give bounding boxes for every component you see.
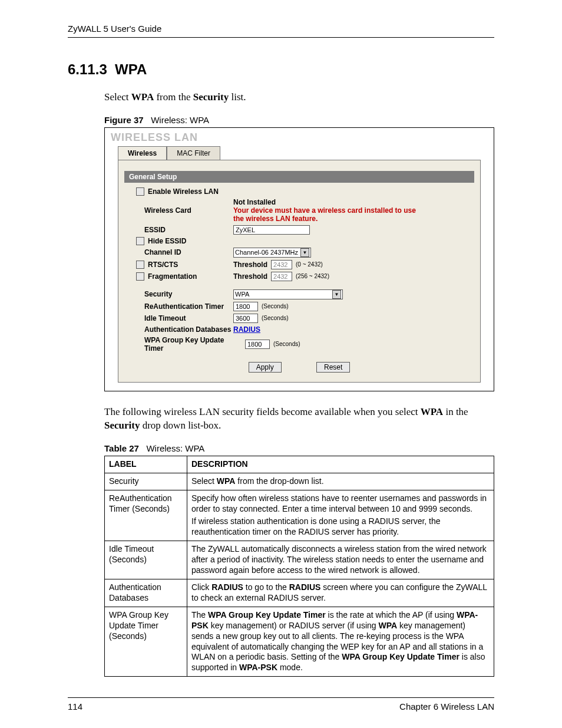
label-essid: ESSID — [124, 226, 233, 234]
description-table: LABEL DESCRIPTION Security Select WPA fr… — [104, 456, 494, 677]
cell-label: ReAuthentication Timer (Seconds) — [105, 490, 187, 541]
table-row: Security Select WPA from the drop-down l… — [105, 473, 494, 490]
label-idle-timeout: Idle Timeout — [124, 314, 233, 322]
warning-wireless-card: Your device must have a wireless card in… — [233, 206, 428, 223]
cell-desc: Click RADIUS to go to the RADIUS screen … — [187, 579, 494, 607]
table-caption: Table 27 Wireless: WPA — [104, 443, 494, 453]
input-reauth-timer[interactable]: 1800 — [233, 302, 258, 311]
panel-title: WIRELESS LAN — [105, 131, 494, 146]
label-wpa-group-timer: WPA Group Key Update Timer — [124, 336, 245, 353]
input-essid[interactable]: ZyXEL — [233, 225, 310, 235]
apply-button[interactable]: Apply — [249, 362, 282, 373]
section-number: 6.11.3 — [68, 61, 107, 77]
cell-desc: The ZyWALL automatically disconnects a w… — [187, 541, 494, 579]
input-frag-threshold[interactable]: 2432 — [271, 272, 292, 281]
checkbox-fragmentation[interactable] — [136, 272, 144, 281]
cell-desc: The WPA Group Key Update Timer is the ra… — [187, 607, 494, 676]
tab-bar: Wireless MAC Filter — [118, 146, 481, 160]
cell-desc: Specify how often wireless stations have… — [187, 490, 494, 541]
section-heading: 6.11.3 WPA — [68, 61, 494, 78]
tab-mac-filter[interactable]: MAC Filter — [167, 146, 220, 160]
page-number: 114 — [68, 701, 82, 711]
table-header-row: LABEL DESCRIPTION — [105, 456, 494, 473]
range-frag: (256 ~ 2432) — [296, 273, 329, 279]
unit-seconds-reauth: (Seconds) — [262, 303, 289, 309]
label-hide-essid: Hide ESSID — [148, 237, 186, 245]
chevron-down-icon: ▼ — [300, 248, 309, 257]
cell-label: Authentication Databases — [105, 579, 187, 607]
section-bar-general: General Setup — [124, 171, 474, 183]
unit-seconds-idle: (Seconds) — [262, 315, 289, 321]
checkbox-rtscts[interactable] — [136, 261, 144, 269]
input-wpa-group-timer[interactable]: 1800 — [245, 340, 270, 349]
label-fragmentation: Fragmentation — [148, 272, 197, 281]
running-head: ZyWALL 5 User's Guide — [68, 24, 494, 38]
tab-wireless[interactable]: Wireless — [118, 146, 167, 160]
checkbox-hide-essid[interactable] — [136, 237, 144, 245]
chevron-down-icon: ▼ — [332, 290, 341, 299]
label-threshold-rts: Threshold — [233, 261, 267, 269]
th-label: LABEL — [105, 456, 187, 473]
table-row: WPA Group Key Update Timer (Seconds) The… — [105, 607, 494, 676]
table-row: Idle Timeout (Seconds) The ZyWALL automa… — [105, 541, 494, 579]
select-channel-id[interactable]: Channel-06 2437MHz ▼ — [233, 248, 311, 258]
intro-text: Select WPA from the Security list. — [104, 91, 494, 104]
para-after-figure: The following wireless LAN security fiel… — [104, 406, 494, 433]
cell-label: WPA Group Key Update Timer (Seconds) — [105, 607, 187, 676]
cell-label: Security — [105, 473, 187, 490]
label-rtscts: RTS/CTS — [148, 261, 178, 269]
cell-label: Idle Timeout (Seconds) — [105, 541, 187, 579]
table-row: Authentication Databases Click RADIUS to… — [105, 579, 494, 607]
select-security[interactable]: WPA ▼ — [233, 289, 343, 299]
cell-desc: Select WPA from the drop-down list. — [187, 473, 494, 490]
section-title: WPA — [115, 61, 147, 77]
label-channel-id: Channel ID — [124, 248, 233, 256]
label-reauth-timer: ReAuthentication Timer — [124, 302, 233, 311]
input-idle-timeout[interactable]: 3600 — [233, 314, 258, 323]
label-threshold-frag: Threshold — [233, 272, 267, 281]
label-security: Security — [124, 290, 233, 298]
figure-caption: Figure 37 Wireless: WPA — [104, 115, 494, 125]
chapter-label: Chapter 6 Wireless LAN — [399, 701, 494, 711]
screenshot-panel: WIRELESS LAN Wireless MAC Filter General… — [104, 127, 494, 391]
th-description: DESCRIPTION — [187, 456, 494, 473]
label-wireless-card: Wireless Card — [124, 206, 233, 215]
link-radius[interactable]: RADIUS — [233, 325, 260, 334]
reset-button[interactable]: Reset — [316, 362, 350, 373]
checkbox-enable-wlan[interactable] — [136, 187, 144, 196]
table-row: ReAuthentication Timer (Seconds) Specify… — [105, 490, 494, 541]
page-footer: 114 Chapter 6 Wireless LAN — [68, 697, 494, 711]
label-auth-db: Authentication Databases — [124, 325, 233, 334]
label-enable-wlan: Enable Wireless LAN — [148, 187, 219, 196]
range-rts: (0 ~ 2432) — [296, 261, 323, 268]
value-wireless-card-status: Not Installed — [233, 198, 474, 206]
unit-seconds-wpagroup: (Seconds) — [273, 341, 300, 347]
input-rts-threshold[interactable]: 2432 — [271, 260, 292, 269]
